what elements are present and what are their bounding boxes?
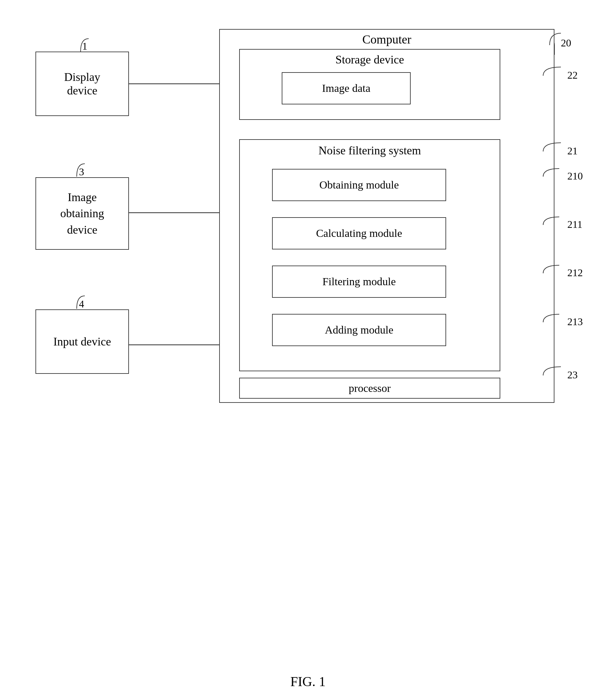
bracket-21 — [541, 141, 574, 154]
input-device-label: Input device — [53, 335, 111, 348]
image-obtaining-device-label: Image obtaining device — [60, 189, 104, 238]
filtering-module-label: Filtering module — [322, 276, 396, 288]
storage-device-box: Storage device Image data — [239, 49, 500, 120]
computer-box: Computer Storage device Image data Noise… — [219, 29, 554, 403]
bracket-3 — [67, 162, 87, 180]
display-device-box: Display device — [36, 52, 129, 116]
input-device-box: Input device — [36, 309, 129, 374]
storage-device-label: Storage device — [240, 53, 500, 66]
adding-module-label: Adding module — [325, 324, 393, 336]
image-data-label: Image data — [322, 82, 370, 94]
bracket-210 — [541, 167, 574, 179]
bracket-211 — [541, 215, 574, 227]
noise-filtering-box: Noise filtering system Obtaining module … — [239, 139, 500, 371]
obtaining-module-label: Obtaining module — [319, 179, 399, 191]
bracket-1 — [71, 37, 90, 55]
obtaining-module-box: Obtaining module — [272, 169, 446, 201]
noise-filtering-label: Noise filtering system — [240, 144, 500, 157]
display-device-label: Display device — [64, 70, 100, 97]
adding-module-box: Adding module — [272, 314, 446, 346]
bracket-213 — [541, 313, 574, 325]
bracket-20 — [548, 31, 571, 48]
bracket-23 — [541, 365, 574, 378]
computer-label: Computer — [220, 32, 554, 47]
bracket-4 — [67, 294, 87, 312]
calculating-module-label: Calculating module — [316, 227, 402, 239]
image-data-box: Image data — [282, 72, 411, 104]
bracket-212 — [541, 264, 574, 276]
calculating-module-box: Calculating module — [272, 217, 446, 249]
filtering-module-box: Filtering module — [272, 266, 446, 298]
diagram: Display device 1 Image obtaining device … — [19, 19, 597, 667]
processor-box: processor — [239, 378, 500, 399]
figure-label: FIG. 1 — [290, 674, 326, 689]
image-obtaining-device-box: Image obtaining device — [36, 177, 129, 250]
bracket-22 — [541, 65, 574, 78]
processor-label: processor — [349, 382, 391, 394]
